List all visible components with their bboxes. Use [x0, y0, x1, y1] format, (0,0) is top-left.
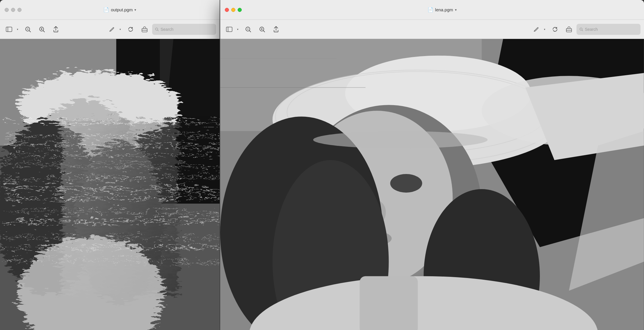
close-button-right[interactable] — [225, 8, 229, 12]
sidebar-arrow-btn-right[interactable]: ▾ — [235, 24, 241, 35]
search-icon-right — [579, 27, 583, 31]
sidebar-main-btn-left[interactable] — [3, 24, 15, 35]
annotate-main-btn-left[interactable] — [106, 24, 117, 35]
content-right — [220, 39, 644, 330]
search-input-left[interactable] — [161, 27, 213, 32]
search-icon-left — [155, 27, 159, 31]
svg-rect-70 — [360, 276, 418, 330]
annotate-btn-right[interactable]: ▾ — [531, 24, 547, 35]
title-text-left: output.pgm — [111, 7, 133, 12]
svg-line-49 — [582, 30, 583, 31]
toolbox-button-right[interactable] — [563, 23, 575, 36]
minimize-button-right[interactable] — [231, 8, 235, 12]
search-field-left[interactable] — [152, 24, 216, 35]
svg-point-62 — [390, 174, 422, 193]
toolbox-button-left[interactable] — [138, 23, 151, 36]
sidebar-main-btn-right[interactable] — [224, 24, 235, 35]
annotate-arrow-btn-right[interactable]: ▾ — [542, 24, 547, 35]
share-button-right[interactable] — [270, 23, 282, 36]
doc-icon-right: 📄 — [428, 7, 433, 12]
content-left — [0, 39, 220, 330]
window-title-right: 📄 lena.pgm ▾ — [428, 7, 457, 12]
search-field-right[interactable] — [577, 24, 641, 35]
zoom-in-button-right[interactable] — [256, 23, 268, 36]
sidebar-arrow-btn-left[interactable]: ▾ — [15, 24, 20, 35]
annotate-arrow-btn-left[interactable]: ▾ — [117, 24, 123, 35]
toolbar-left: ▾ — [0, 20, 220, 39]
svg-rect-37 — [226, 27, 232, 32]
window-controls-right — [225, 8, 242, 12]
svg-line-12 — [158, 30, 159, 31]
search-input-right[interactable] — [585, 27, 638, 32]
svg-line-41 — [250, 31, 251, 32]
image-right — [220, 39, 644, 330]
maximize-button-right[interactable] — [238, 8, 242, 12]
close-button-left[interactable] — [5, 8, 9, 12]
minimize-button-left[interactable] — [11, 8, 15, 12]
sidebar-toggle-right[interactable]: ▾ — [224, 24, 241, 35]
maximize-button-left[interactable] — [17, 8, 22, 12]
svg-point-68 — [313, 131, 488, 148]
window-right: 📄 lena.pgm ▾ ▾ — [220, 0, 644, 330]
titlebar-right: 📄 lena.pgm ▾ — [220, 0, 644, 20]
image-left — [0, 39, 220, 330]
titlebar-left: 📄 output.pgm ▾ — [0, 0, 220, 20]
doc-icon-left: 📄 — [103, 7, 109, 12]
title-text-right: lena.pgm — [435, 7, 453, 12]
title-chevron-right[interactable]: ▾ — [455, 8, 457, 12]
share-button-left[interactable] — [49, 23, 62, 36]
annotate-main-btn-right[interactable] — [531, 24, 542, 35]
toolbar-right: ▾ — [220, 20, 644, 39]
annotate-btn-left[interactable]: ▾ — [106, 24, 123, 35]
rotate-button-left[interactable] — [124, 23, 137, 36]
svg-line-4 — [29, 31, 31, 32]
svg-rect-0 — [6, 27, 12, 32]
window-controls-left — [5, 8, 22, 12]
title-chevron-left[interactable]: ▾ — [134, 8, 136, 12]
window-left: 📄 output.pgm ▾ ▾ — [0, 0, 220, 330]
svg-line-8 — [43, 31, 45, 32]
window-title-left: 📄 output.pgm ▾ — [103, 7, 136, 12]
zoom-out-button-right[interactable] — [242, 23, 255, 36]
zoom-out-button-left[interactable] — [22, 23, 34, 36]
rotate-button-right[interactable] — [549, 23, 561, 36]
zoom-in-button-left[interactable] — [35, 23, 48, 36]
sidebar-toggle-left[interactable]: ▾ — [3, 24, 20, 35]
svg-line-45 — [264, 31, 265, 32]
